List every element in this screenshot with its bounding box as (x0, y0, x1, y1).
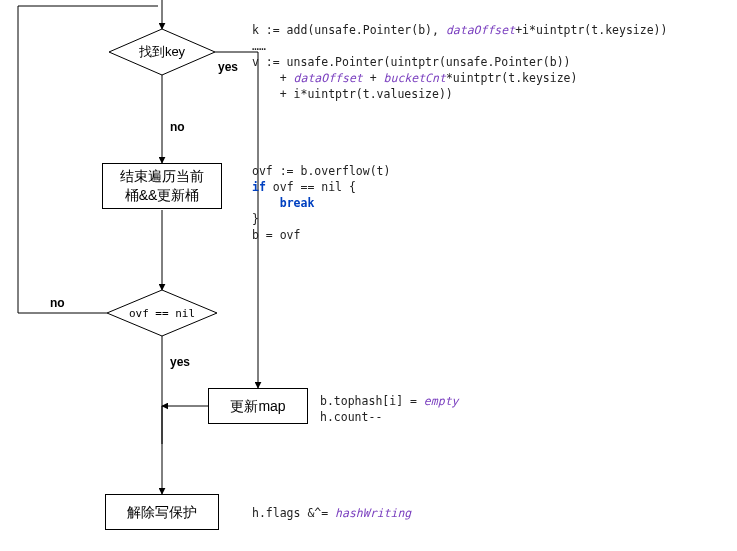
code-overflow: ovf := b.overflow(t) if ovf == nil { bre… (252, 163, 390, 243)
process-update-map: 更新map (208, 388, 308, 424)
edge-yes-2: yes (170, 355, 190, 369)
code-update-map: b.tophash[i] = empty h.count-- (320, 393, 458, 425)
edge-no-2: no (50, 296, 65, 310)
edge-no-1: no (170, 120, 185, 134)
code-find-key: k := add(unsafe.Pointer(b), dataOffset+i… (252, 22, 667, 102)
process-end-iterate: 结束遍历当前 桶&&更新桶 (102, 163, 222, 209)
edge-yes-1: yes (218, 60, 238, 74)
process-release-wp-label: 解除写保护 (127, 503, 197, 522)
code-release-wp: h.flags &^= hashWriting (252, 505, 411, 521)
process-end-iterate-label: 结束遍历当前 桶&&更新桶 (120, 167, 204, 205)
process-release-wp: 解除写保护 (105, 494, 219, 530)
process-update-map-label: 更新map (230, 397, 285, 416)
